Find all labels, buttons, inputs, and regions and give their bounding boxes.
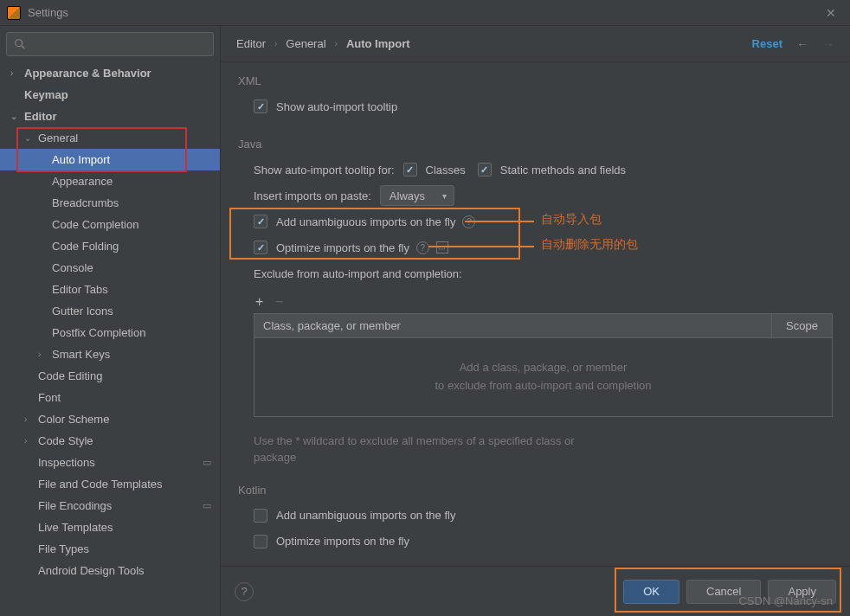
kotlin-optimize-label: Optimize imports on the fly [276, 535, 409, 548]
project-scope-icon: ▭ [203, 500, 211, 511]
tree-item-label: Appearance & Behavior [24, 67, 151, 80]
tree-item-appearance[interactable]: Appearance [0, 170, 220, 192]
tree-item-appearance-behavior[interactable]: ›Appearance & Behavior [0, 62, 220, 84]
tree-item-label: File Encodings [38, 499, 112, 512]
col-class: Class, package, or member [254, 314, 771, 337]
back-icon[interactable]: ← [796, 37, 808, 51]
tree-item-inspections[interactable]: Inspections▭ [0, 452, 220, 473]
tree-item-label: Console [52, 261, 93, 274]
kotlin-add-unambiguous-checkbox[interactable] [254, 509, 267, 523]
close-icon[interactable]: ✕ [819, 3, 843, 23]
tree-item-editor-tabs[interactable]: Editor Tabs [0, 279, 220, 300]
classes-checkbox[interactable] [403, 163, 417, 176]
remove-icon: − [275, 294, 283, 310]
xml-show-tooltip-label: Show auto-import tooltip [276, 100, 397, 113]
tree-item-code-editing[interactable]: Code Editing [0, 365, 220, 387]
tree-item-live-templates[interactable]: Live Templates [0, 517, 220, 538]
help-icon[interactable]: ? [462, 215, 475, 228]
tree-item-keymap[interactable]: Keymap [0, 84, 220, 106]
tree-item-smart-keys[interactable]: ›Smart Keys [0, 343, 220, 365]
tree-item-editor[interactable]: ⌄Editor [0, 106, 220, 127]
kotlin-add-unambiguous-label: Add unambiguous imports on the fly [276, 509, 455, 522]
help-button[interactable]: ? [235, 582, 254, 601]
svg-point-0 [16, 40, 23, 47]
tree-item-file-encodings[interactable]: File Encodings▭ [0, 495, 220, 517]
add-icon[interactable]: + [255, 294, 263, 310]
insert-imports-value: Always [390, 189, 425, 202]
search-input-wrap[interactable] [6, 32, 214, 56]
tree-item-label: Keymap [24, 88, 68, 101]
section-java: Java [238, 138, 833, 151]
exclude-label: Exclude from auto-import and completion: [254, 267, 462, 280]
tree-item-color-scheme[interactable]: ›Color Scheme [0, 408, 220, 430]
tree-item-general[interactable]: ⌄General [0, 127, 220, 149]
section-xml: XML [238, 74, 833, 87]
tree-item-android-design-tools[interactable]: Android Design Tools [0, 560, 220, 581]
tree-item-code-folding[interactable]: Code Folding [0, 235, 220, 257]
project-scope-icon[interactable]: ▭ [436, 241, 448, 253]
optimize-imports-checkbox[interactable] [254, 241, 267, 254]
static-label: Static methods and fields [500, 164, 626, 176]
tree-item-file-types[interactable]: File Types [0, 538, 220, 560]
tree-item-label: Postfix Completion [52, 326, 145, 339]
chevron-right-icon: › [24, 414, 36, 424]
insert-imports-label: Insert imports on paste: [254, 189, 371, 202]
optimize-imports-label: Optimize imports on the fly [276, 241, 409, 254]
search-input[interactable] [31, 38, 206, 51]
ok-button[interactable]: OK [623, 580, 679, 604]
tree-item-label: Breadcrumbs [52, 196, 119, 209]
kotlin-optimize-checkbox[interactable] [254, 535, 267, 549]
help-icon[interactable]: ? [416, 241, 429, 254]
sidebar: ›Appearance & BehaviorKeymap⌄Editor⌄Gene… [0, 26, 221, 616]
table-empty-line2: to exclude from auto-import and completi… [263, 377, 823, 395]
add-unambiguous-label: Add unambiguous imports on the fly [276, 215, 455, 228]
crumb-editor[interactable]: Editor [236, 37, 266, 50]
tree-item-code-style[interactable]: ›Code Style [0, 430, 220, 452]
tree-item-label: Editor Tabs [52, 283, 108, 296]
tree-item-code-completion[interactable]: Code Completion [0, 214, 220, 235]
static-checkbox[interactable] [478, 163, 492, 176]
reset-link[interactable]: Reset [752, 37, 782, 50]
tree-item-font[interactable]: Font [0, 387, 220, 408]
insert-imports-dropdown[interactable]: Always [380, 185, 454, 206]
tree-item-breadcrumbs[interactable]: Breadcrumbs [0, 192, 220, 214]
svg-line-1 [22, 46, 25, 49]
section-kotlin: Kotlin [238, 484, 833, 497]
chevron-down-icon: ⌄ [24, 133, 36, 143]
crumb-general[interactable]: General [286, 37, 325, 50]
tree-item-file-and-code-templates[interactable]: File and Code Templates [0, 473, 220, 495]
classes-label: Classes [426, 164, 466, 176]
tree-item-label: Live Templates [38, 521, 113, 534]
wildcard-hint: Use the * wildcard to exclude all member… [254, 433, 617, 466]
java-tooltip-for-label: Show auto-import tooltip for: [254, 164, 395, 176]
cancel-button[interactable]: Cancel [686, 580, 761, 604]
tree-item-label: Code Editing [38, 369, 102, 382]
tree-item-label: File Types [38, 542, 89, 555]
exclude-table: + − Class, package, or member Scope Add … [254, 291, 833, 417]
tree-item-label: Color Scheme [38, 413, 109, 426]
forward-icon: → [822, 37, 834, 51]
tree-item-console[interactable]: Console [0, 257, 220, 279]
breadcrumb-row: Editor › General › Auto Import Reset ← → [221, 26, 850, 62]
app-icon [7, 6, 21, 20]
apply-button[interactable]: Apply [768, 580, 836, 604]
tree-item-label: Android Design Tools [38, 564, 145, 577]
content-panel: Editor › General › Auto Import Reset ← →… [221, 26, 850, 616]
settings-scroll[interactable]: XML Show auto-import tooltip Java Show a… [221, 62, 850, 616]
crumb-auto-import: Auto Import [346, 37, 410, 50]
tree-item-label: General [38, 132, 78, 144]
settings-tree[interactable]: ›Appearance & BehaviorKeymap⌄Editor⌄Gene… [0, 62, 220, 616]
tree-item-label: Gutter Icons [52, 305, 113, 318]
tree-item-auto-import[interactable]: Auto Import [0, 149, 220, 170]
tree-item-label: Appearance [52, 175, 113, 188]
tree-item-gutter-icons[interactable]: Gutter Icons [0, 300, 220, 322]
add-unambiguous-checkbox[interactable] [254, 215, 267, 228]
tree-item-label: Inspections [38, 456, 95, 469]
tree-item-label: Editor [24, 110, 57, 123]
tree-item-postfix-completion[interactable]: Postfix Completion [0, 322, 220, 343]
tree-item-label: Code Completion [52, 218, 138, 231]
window-title: Settings [28, 6, 68, 19]
chevron-right-icon: › [335, 39, 338, 48]
tree-item-label: Code Style [38, 434, 93, 447]
xml-show-tooltip-checkbox[interactable] [254, 99, 267, 113]
